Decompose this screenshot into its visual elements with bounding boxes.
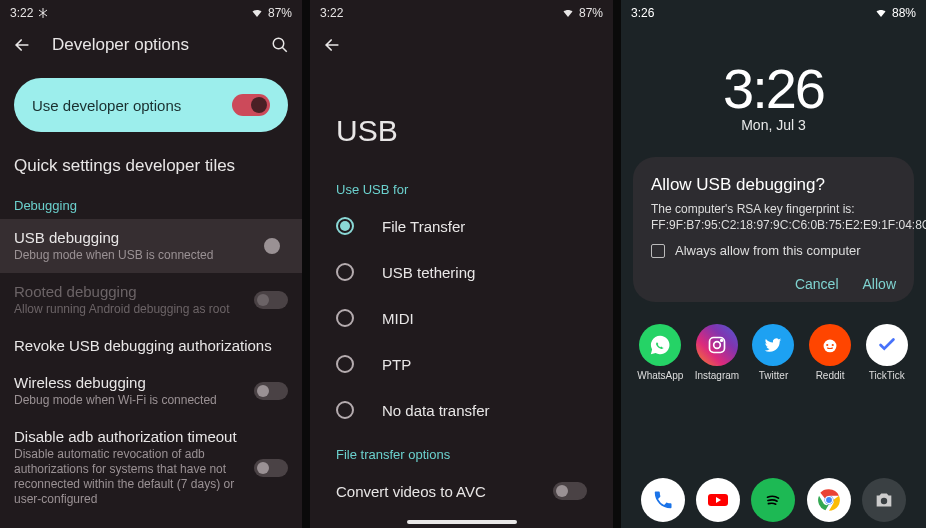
usb-debugging-item[interactable]: USB debugging Debug mode when USB is con… [0,219,302,273]
radio-label: PTP [382,356,411,373]
chrome-app-icon[interactable] [807,478,851,522]
app-label: Instagram [695,370,739,381]
page-title: USB [310,66,613,176]
item-title: Convert videos to AVC [336,483,486,500]
item-title: Revoke USB debugging authorizations [14,337,288,354]
use-developer-options-pill[interactable]: Use developer options [14,78,288,132]
pill-label: Use developer options [32,97,181,114]
svg-point-6 [832,344,834,346]
usb-debugging-toggle[interactable] [264,238,280,254]
radio-label: File Transfer [382,218,465,235]
app-reddit[interactable]: Reddit [805,324,856,381]
item-title: USB debugging [14,229,264,246]
radio-icon [336,309,354,327]
gesture-bar[interactable] [407,520,517,524]
category-file-transfer-options: File transfer options [310,441,613,468]
always-allow-row[interactable]: Always allow from this computer [651,243,896,258]
rooted-debugging-item: Rooted debugging Allow running Android d… [0,273,302,327]
app-label: WhatsApp [637,370,683,381]
svg-point-5 [826,344,828,346]
status-time: 3:22 [10,6,33,20]
status-bar: 3:26 88% [621,0,926,24]
radio-ptp[interactable]: PTP [310,341,613,387]
usb-debugging-dialog: Allow USB debugging? The computer's RSA … [633,157,914,302]
disable-adb-timeout-toggle[interactable] [254,459,288,477]
cancel-button[interactable]: Cancel [795,276,839,292]
use-developer-options-toggle[interactable] [232,94,270,116]
wifi-icon [250,7,264,19]
radio-no-data-transfer[interactable]: No data transfer [310,387,613,433]
wifi-icon [561,7,575,19]
dialog-body-line1: The computer's RSA key fingerprint is: [651,202,855,216]
back-icon[interactable] [10,33,34,57]
wireless-debugging-toggle[interactable] [254,382,288,400]
search-icon[interactable] [268,33,292,57]
radio-midi[interactable]: MIDI [310,295,613,341]
radio-label: MIDI [382,310,414,327]
item-subtitle: Debug mode when USB is connected [14,248,264,263]
item-subtitle: Allow running Android debugging as root [14,302,244,317]
header: Developer options [0,24,302,66]
app-grid: WhatsApp Instagram Twitter Reddit TickTi… [621,302,926,381]
app-label: Reddit [816,370,845,381]
status-bar: 3:22 87% [0,0,302,24]
radio-icon [336,217,354,235]
app-label: Twitter [759,370,788,381]
status-battery: 87% [268,6,292,20]
status-time: 3:26 [631,6,654,20]
app-whatsapp[interactable]: WhatsApp [635,324,686,381]
item-title: Disable adb authorization timeout [14,428,244,445]
wifi-icon [874,7,888,19]
svg-point-3 [721,340,723,342]
status-bar: 3:22 87% [310,0,613,24]
item-subtitle: Debug mode when Wi-Fi is connected [14,393,244,408]
wireless-debugging-item[interactable]: Wireless debugging Debug mode when Wi-Fi… [0,364,302,418]
radio-icon [336,401,354,419]
radio-label: USB tethering [382,264,475,281]
phone-app-icon[interactable] [641,478,685,522]
status-battery: 88% [892,6,916,20]
disable-adb-timeout-item[interactable]: Disable adb authorization timeout Disabl… [0,418,302,517]
clock-time: 3:26 [621,56,926,121]
youtube-app-icon[interactable] [696,478,740,522]
lock-clock: 3:26 Mon, Jul 3 [621,56,926,133]
instagram-icon [696,324,738,366]
dock [621,478,926,522]
category-debugging: Debugging [0,192,302,219]
status-battery: 87% [579,6,603,20]
convert-videos-toggle[interactable] [553,482,587,500]
radio-icon [336,263,354,281]
checkbox-label: Always allow from this computer [675,243,861,258]
svg-point-0 [273,38,284,49]
dialog-title: Allow USB debugging? [651,175,896,195]
app-twitter[interactable]: Twitter [748,324,799,381]
item-title: Wireless debugging [14,374,244,391]
camera-app-icon[interactable] [862,478,906,522]
item-title: Rooted debugging [14,283,244,300]
app-ticktick[interactable]: TickTick [861,324,912,381]
rooted-debugging-toggle [254,291,288,309]
category-use-usb-for: Use USB for [310,176,613,203]
spotify-app-icon[interactable] [751,478,795,522]
reddit-icon [809,324,851,366]
whatsapp-icon [639,324,681,366]
app-instagram[interactable]: Instagram [692,324,743,381]
radio-usb-tethering[interactable]: USB tethering [310,249,613,295]
status-time: 3:22 [320,6,343,20]
back-icon[interactable] [320,33,344,57]
app-label: TickTick [869,370,905,381]
svg-point-2 [714,342,721,349]
item-subtitle: Disable automatic revocation of adb auth… [14,447,244,507]
radio-file-transfer[interactable]: File Transfer [310,203,613,249]
page-title: Developer options [52,35,268,55]
revoke-authorizations-item[interactable]: Revoke USB debugging authorizations [0,327,302,364]
radio-icon [336,355,354,373]
allow-button[interactable]: Allow [863,276,896,292]
header [310,24,613,66]
convert-videos-item[interactable]: Convert videos to AVC [310,468,613,514]
quick-settings-item[interactable]: Quick settings developer tiles [0,150,302,192]
svg-point-12 [881,498,887,504]
dialog-fingerprint: FF:9F:B7:95:C2:18:97:9C:C6:0B:75:E2:E9:1… [651,218,926,232]
screen-usb-preferences: 3:22 87% USB Use USB for File Transfer U… [310,0,613,528]
twitter-icon [752,324,794,366]
